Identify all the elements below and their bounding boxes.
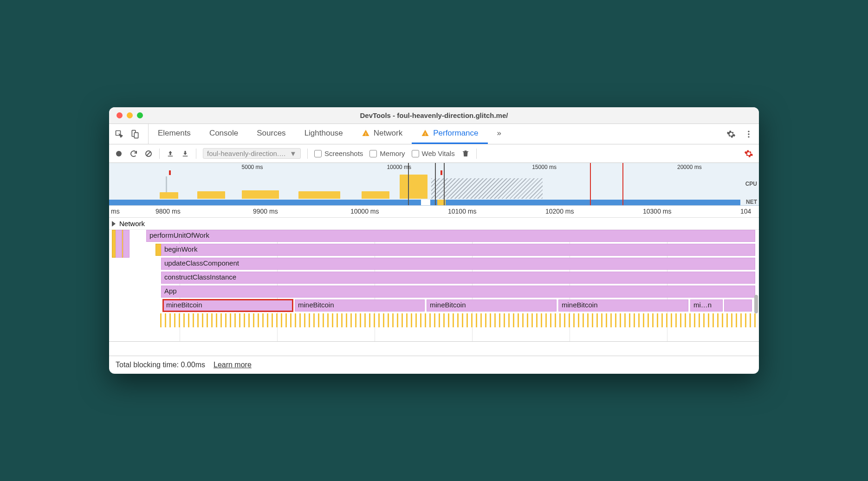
divider [307,149,308,159]
record-button[interactable] [115,150,123,158]
tab-console[interactable]: Console [200,124,247,144]
micro-tasks-row [160,313,759,327]
profile-selector[interactable]: foul-heavenly-direction.… ▼ [203,148,301,159]
traffic-lights [109,112,143,118]
flame-bar[interactable]: mineBitcoin [427,299,557,312]
ruler-tick: 10300 ms [643,208,671,215]
ruler-tick: 104 [740,208,751,215]
flame-bar[interactable]: mi…n [690,299,723,312]
ruler-tick: 9900 ms [253,208,278,215]
flame-label: constructClassInstance [164,273,236,281]
svg-rect-2 [134,132,138,138]
window-title: DevTools - foul-heavenly-direction.glitc… [109,111,759,119]
tab-lighthouse[interactable]: Lighthouse [295,124,352,144]
tab-label: Performance [433,129,478,138]
timeline-overview[interactable]: 5000 ms 10000 ms 15000 ms 20000 ms CP [109,163,759,206]
screenshots-checkbox[interactable]: Screenshots [314,150,363,157]
main-flame-chart[interactable]: performUnitOfWork beginWork updateClassC… [109,230,759,341]
svg-point-8 [116,151,122,156]
checkbox-icon [412,150,419,157]
learn-more-link[interactable]: Learn more [214,361,252,369]
divider [196,149,196,159]
flame-bar[interactable]: mineBitcoin [295,299,425,312]
inspect-icons [115,124,149,144]
ruler-start: ms [111,208,120,215]
footer-bar: Total blocking time: 0.00ms Learn more [109,356,759,374]
flame-bar-highlighted[interactable]: mineBitcoin [163,299,293,312]
overview-red-marker [622,163,623,205]
checkbox-label: Memory [380,150,405,157]
chevron-right-icon: » [497,129,501,138]
detail-ruler[interactable]: ms 9800 ms 9900 ms 10000 ms 10100 ms 102… [109,206,759,218]
flame-label: performUnitOfWork [149,231,209,239]
capture-settings-icon[interactable] [744,149,753,158]
ruler-tick: 10000 ms [350,208,379,215]
ruler-tick: 10100 ms [448,208,476,215]
overview-labels: CPU NET [740,163,759,205]
performance-toolbar: foul-heavenly-direction.… ▼ Screenshots … [109,144,759,163]
flame-bar[interactable]: updateClassComponent [161,258,755,270]
flame-label: App [164,287,177,295]
settings-icon[interactable] [726,130,736,139]
flame-label: updateClassComponent [164,259,239,267]
overview-red-marker [590,163,591,205]
flame-bar[interactable]: App [161,286,755,298]
flame-bar[interactable]: constructClassInstance [161,272,755,284]
flame-label: mineBitcoin [298,301,334,309]
svg-text:!: ! [425,132,426,136]
flame-label: mineBitcoin [562,301,598,309]
divider [159,149,160,159]
tab-network[interactable]: ! Network [352,124,412,144]
window-titlebar: DevTools - foul-heavenly-direction.glitc… [109,107,759,124]
zoom-button[interactable] [137,112,143,118]
cpu-label: CPU [745,181,757,187]
tab-sources[interactable]: Sources [247,124,295,144]
warning-icon: ! [421,129,429,137]
ruler-tick: 9800 ms [155,208,181,215]
flame-label: mineBitcoin [166,301,202,309]
tab-label: Console [209,129,238,138]
tab-elements[interactable]: Elements [149,124,200,144]
tab-performance[interactable]: ! Performance [412,124,487,144]
kebab-menu-icon[interactable] [744,130,753,139]
overview-selection[interactable] [408,163,436,205]
net-label: NET [746,199,757,205]
clear-button[interactable] [144,150,153,158]
svg-rect-11 [183,156,188,156]
main-tab-bar: Elements Console Sources Lighthouse ! Ne… [109,124,759,144]
flame-label: beginWork [164,245,197,253]
delete-profile-button[interactable] [461,150,470,158]
minimize-button[interactable] [127,112,133,118]
tab-label: Sources [257,129,285,138]
network-section-header[interactable]: Network [109,218,759,230]
svg-point-6 [748,133,749,135]
download-profile-button[interactable] [181,150,189,158]
expand-icon [112,221,116,227]
flame-label: mi…n [693,301,712,309]
devtools-window: DevTools - foul-heavenly-direction.glitc… [109,107,759,374]
flame-bar[interactable]: mineBitcoin [558,299,688,312]
device-toggle-icon[interactable] [130,130,140,139]
tab-label: Network [374,129,402,138]
ruler-tick: 5000 ms [242,164,263,170]
more-tabs-button[interactable]: » [488,124,511,144]
close-button[interactable] [117,112,123,118]
checkbox-icon [369,150,377,157]
profile-name: foul-heavenly-direction.… [207,150,286,157]
svg-point-7 [748,136,749,137]
flame-bar[interactable]: performUnitOfWork [146,230,755,242]
flame-bar[interactable] [724,299,752,312]
memory-checkbox[interactable]: Memory [369,150,405,157]
tab-label: Lighthouse [304,129,343,138]
chevron-down-icon: ▼ [290,150,297,157]
web-vitals-checkbox[interactable]: Web Vitals [412,150,455,157]
flame-label: mineBitcoin [430,301,466,309]
flame-bar[interactable]: beginWork [161,244,755,256]
scrollbar-thumb[interactable] [754,295,758,313]
checkbox-label: Screenshots [324,150,363,157]
svg-rect-10 [168,156,173,156]
svg-text:!: ! [365,132,367,136]
reload-button[interactable] [130,150,138,158]
inspect-element-icon[interactable] [115,130,124,139]
upload-profile-button[interactable] [166,150,175,158]
